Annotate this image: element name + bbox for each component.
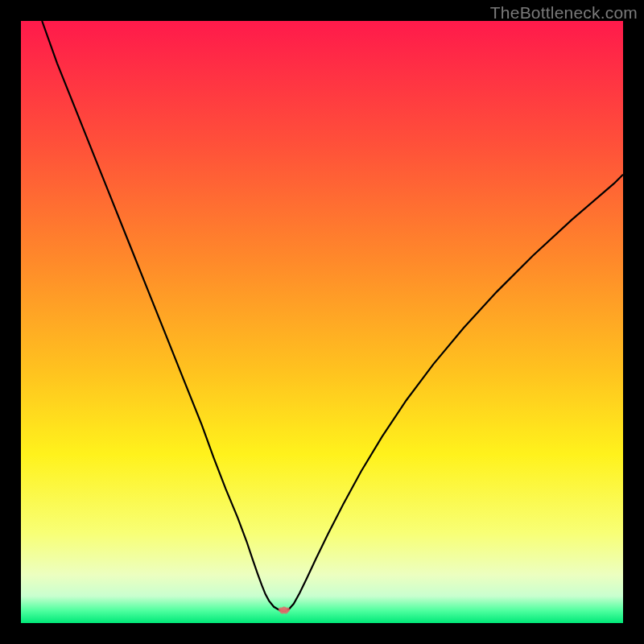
svg-point-4 [283,609,288,614]
chart-frame [21,21,623,623]
gradient-background [21,21,623,623]
watermark-text: TheBottleneck.com [490,3,638,23]
bottleneck-chart [21,21,623,623]
